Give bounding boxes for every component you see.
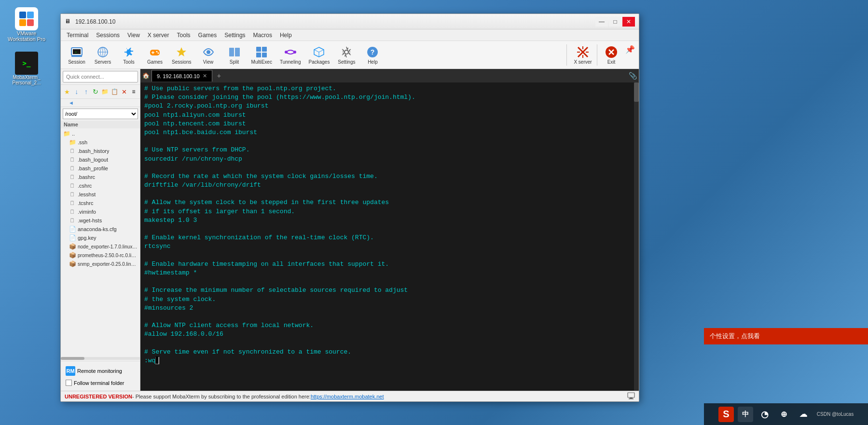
sidebar-delete[interactable]: ✕ xyxy=(120,86,129,97)
terminal-line-8: # Use NTP servers from DHCP. xyxy=(144,146,635,154)
menu-xserver[interactable]: X server xyxy=(144,31,173,40)
toolbar-right: X server Exit 📌 xyxy=(563,44,635,66)
tree-item-gpg[interactable]: 📄 gpg.key xyxy=(61,233,140,242)
toolbar-tunneling[interactable]: Tunneling xyxy=(277,44,304,66)
toolbar-split[interactable]: Split xyxy=(222,44,247,66)
toolbar-help[interactable]: ? Help xyxy=(360,44,385,66)
sidebar-download[interactable]: ↓ xyxy=(72,86,81,97)
toolbar-session[interactable]: >_ Session xyxy=(65,44,89,66)
menu-view[interactable]: View xyxy=(124,31,144,40)
scrollbar-thumb[interactable] xyxy=(634,82,639,102)
tree-item-viminfo[interactable]: 🗒 .viminfo xyxy=(61,207,140,216)
follow-terminal-check[interactable] xyxy=(66,380,72,386)
menu-tools[interactable]: Tools xyxy=(173,31,194,40)
terminal-label: MobaXterm_Personal_2... xyxy=(13,75,41,85)
sidebar-nav-arrow[interactable]: ◄ xyxy=(67,99,76,107)
tree-item-bashrc[interactable]: 🗒 .bashrc xyxy=(61,173,140,181)
toolbar-games[interactable]: Games xyxy=(143,44,167,66)
toolbar-exit[interactable]: Exit xyxy=(599,44,623,66)
tree-item-prometheus[interactable]: 📦 prometheus-2.50.0-rc.0.linux-a xyxy=(61,251,140,260)
taskbar-icon-add[interactable]: ⊕ xyxy=(776,407,792,422)
terminal-line-14: # Allow the system clock to be stepped i… xyxy=(144,198,635,207)
terminal-line-20 xyxy=(144,251,635,260)
menu-games[interactable]: Games xyxy=(194,31,221,40)
exit-label: Exit xyxy=(607,59,616,65)
terminal-scrollbar[interactable] xyxy=(634,82,639,391)
menu-settings[interactable]: Settings xyxy=(220,31,249,40)
menu-macros[interactable]: Macros xyxy=(249,31,276,40)
menu-bar: Terminal Sessions View X server Tools Ga… xyxy=(61,29,639,41)
terminal-content[interactable]: # Use public servers from the pool.ntp.o… xyxy=(140,82,639,391)
menu-help[interactable]: Help xyxy=(276,31,296,40)
pin-icon[interactable]: 📌 xyxy=(625,45,635,54)
tree-item-cshrc[interactable]: 🗒 .cshrc xyxy=(61,181,140,190)
file-icon-tcshrc: 🗒 xyxy=(69,199,76,207)
sidebar-more[interactable]: ≡ xyxy=(129,86,138,97)
csdn-panel[interactable]: 个性设置，点我看 xyxy=(704,328,868,344)
attach-icon[interactable]: 📎 xyxy=(629,72,637,80)
close-button[interactable]: ✕ xyxy=(622,17,635,27)
toolbar-multiexec[interactable]: MultiExec xyxy=(248,44,275,66)
toolbar-sessions[interactable]: Sessions xyxy=(169,44,194,66)
tree-item-lesshst[interactable]: 🗒 .lesshst xyxy=(61,190,140,199)
remote-monitoring[interactable]: RM Remote monitoring xyxy=(64,364,137,378)
taskbar-icon-circle[interactable]: ◔ xyxy=(757,407,772,422)
toolbar-xserver[interactable]: X server xyxy=(571,44,595,66)
tab-close-button[interactable]: ✕ xyxy=(203,73,207,79)
status-right-icon xyxy=(627,392,635,401)
toolbar-view[interactable]: View xyxy=(196,44,220,66)
sidebar-star[interactable]: ★ xyxy=(63,86,71,97)
tree-item-parent[interactable]: 📁 .. xyxy=(61,129,140,138)
follow-terminal-checkbox[interactable]: Follow terminal folder xyxy=(64,378,137,388)
file-icon-prometheus: 📦 xyxy=(69,251,76,259)
file-icon-anaconda: 📄 xyxy=(69,225,76,233)
sidebar-bottom: RM Remote monitoring Follow terminal fol… xyxy=(61,361,140,391)
support-link[interactable]: https://mobaxterm.mobatek.net xyxy=(311,394,384,399)
toolbar-settings[interactable]: Settings xyxy=(334,44,358,66)
tab-add-button[interactable]: + xyxy=(215,72,223,80)
sidebar-upload[interactable]: ↑ xyxy=(82,86,91,97)
sidebar-refresh[interactable]: ↻ xyxy=(91,86,100,97)
terminal-line-17 xyxy=(144,225,635,233)
tree-item-ssh[interactable]: 📁 .ssh xyxy=(61,138,140,147)
tree-item-bash-history[interactable]: 🗒 .bash_history xyxy=(61,147,140,155)
taskbar-icon-s[interactable]: S xyxy=(718,407,734,422)
settings-icon xyxy=(340,45,353,59)
terminal-line-23 xyxy=(144,277,635,286)
tree-item-node-exporter[interactable]: 📦 node_exporter-1.7.0.linux-amd xyxy=(61,242,140,251)
folder-select[interactable]: /root/ xyxy=(63,109,138,119)
sidebar-folder-new[interactable]: 📁 xyxy=(101,86,110,97)
main-window: 🖥 192.168.100.10 — □ ✕ Terminal Sessions… xyxy=(60,14,639,402)
desktop-icon-vmware[interactable]: VMware Workstation Pro xyxy=(5,5,48,44)
title-bar-text: 192.168.100.10 xyxy=(75,18,595,25)
toolbar-servers[interactable]: Servers xyxy=(91,44,115,66)
taskbar-icon-cloud[interactable]: ☁ xyxy=(796,407,811,422)
quick-connect-input[interactable] xyxy=(63,71,138,82)
sidebar-copy[interactable]: 📋 xyxy=(110,86,119,97)
terminal-line-10 xyxy=(144,164,635,172)
multiexec-label: MultiExec xyxy=(251,59,272,65)
terminal-line-24: # Increase the minimum number of selecta… xyxy=(144,286,635,295)
tree-item-anaconda[interactable]: 📄 anaconda-ks.cfg xyxy=(61,225,140,233)
tree-item-bash-profile[interactable]: 🗒 .bash_profile xyxy=(61,164,140,173)
tree-item-snmp[interactable]: 📦 snmp_exporter-0.25.0.linux-am xyxy=(61,260,140,268)
remote-monitoring-label: Remote monitoring xyxy=(77,368,122,374)
maximize-button[interactable]: □ xyxy=(609,17,621,27)
terminal-line-32: :wq▊ xyxy=(144,356,635,365)
toolbar-tools[interactable]: Tools xyxy=(117,44,141,66)
tree-item-wget-hsts[interactable]: 🗒 .wget-hsts xyxy=(61,216,140,225)
terminal-line-7 xyxy=(144,137,635,146)
tree-item-tcshrc[interactable]: 🗒 .tcshrc xyxy=(61,199,140,207)
minimize-button[interactable]: — xyxy=(595,17,608,27)
desktop-icon-terminal[interactable]: >_ MobaXterm_Personal_2... xyxy=(5,49,48,88)
toolbar-packages[interactable]: Packages xyxy=(306,44,333,66)
menu-sessions[interactable]: Sessions xyxy=(92,31,124,40)
menu-terminal[interactable]: Terminal xyxy=(63,31,92,40)
horizontal-scrollbar[interactable] xyxy=(61,357,140,360)
view-label: View xyxy=(203,59,214,65)
sessions-icon xyxy=(175,45,188,59)
tree-item-bash-logout[interactable]: 🗒 .bash_logout xyxy=(61,155,140,164)
taskbar-icon-chinese[interactable]: 中 xyxy=(738,407,753,422)
file-icon-node-exporter: 📦 xyxy=(69,243,76,250)
tab-active[interactable]: 9. 192.168.100.10 ✕ xyxy=(152,70,212,82)
